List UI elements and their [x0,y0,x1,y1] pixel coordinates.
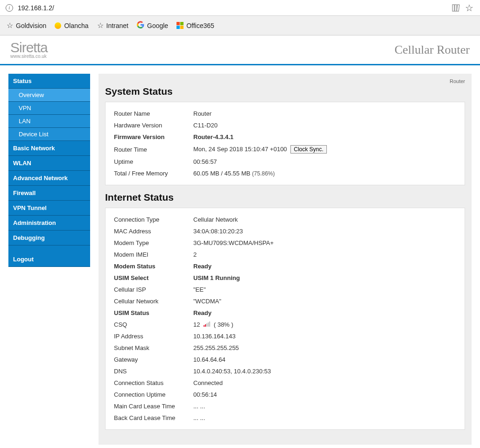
label-network: Cellular Network [112,295,191,307]
bookmark-label: Office365 [186,22,214,29]
system-status-panel: Router NameRouter Hardware VersionC11-D2… [105,102,465,185]
sidebar-item-vpn-tunnel[interactable]: VPN Tunnel [8,201,90,216]
label-conn-uptime: Connection Uptime [112,389,191,400]
svg-rect-0 [452,5,454,11]
bookmark-label: Intranet [106,22,128,29]
library-icon[interactable] [451,3,461,13]
clock-sync-button[interactable]: Clock Sync. [290,145,326,154]
internet-status-title: Internet Status [105,192,465,203]
svg-rect-2 [457,4,459,11]
brand-bar: Siretta www.siretta.co.uk Cellular Route… [0,35,480,65]
office-icon [176,22,184,29]
label-conn-type: Connection Type [112,214,191,225]
sidebar-item-administration[interactable]: Administration [8,216,90,231]
brand-url: www.siretta.co.uk [10,54,48,59]
value-conn-uptime: 00:56:14 [191,389,275,400]
value-fw-version: Router-4.3.4.1 [191,131,329,143]
value-lease-back: ... ... [191,412,275,424]
sidebar-item-overview[interactable]: Overview [8,89,90,102]
label-uptime: Uptime [112,156,191,168]
label-fw-version: Firmware Version [112,131,191,143]
system-status-title: System Status [105,86,465,97]
sidebar-item-wlan[interactable]: WLAN [8,156,90,171]
bookmark-google[interactable]: Google [137,21,168,30]
value-dns: 10.4.0.240:53, 10.4.0.230:53 [191,365,275,377]
favicon-icon [55,22,61,29]
value-hw-version: C11-D20 [191,119,329,131]
value-modem-status: Ready [191,260,275,272]
label-usim-status: USIM Status [112,307,191,319]
bookmark-label: Google [147,22,168,29]
label-memory: Total / Free Memory [112,168,191,179]
label-hw-version: Hardware Version [112,119,191,131]
label-usim-select: USIM Select [112,272,191,284]
star-icon: ☆ [97,21,104,30]
main-content: Router System Status Router NameRouter H… [99,74,472,445]
bookmark-label: Olancha [64,22,88,29]
label-lease-back: Back Card Lease Time [112,412,191,424]
value-conn-type: Cellular Network [191,214,275,225]
google-icon [137,21,144,30]
value-modem-type: 3G-MU709S:WCDMA/HSPA+ [191,237,275,249]
value-memory: 60.05 MB / 45.55 MB (75.86%) [191,168,329,179]
sidebar-item-basic-network[interactable]: Basic Network [8,141,90,156]
address-bar: i 192.168.1.2/ ☆ [0,0,480,16]
label-dns: DNS [112,365,191,377]
svg-rect-1 [455,5,457,11]
label-gw: Gateway [112,354,191,365]
value-mask: 255.255.255.255 [191,342,275,354]
label-lease-main: Main Card Lease Time [112,400,191,412]
label-modem-imei: Modem IMEI [112,249,191,260]
value-network: "WCDMA" [191,295,275,307]
label-modem-status: Modem Status [112,260,191,272]
sidebar-item-firewall[interactable]: Firewall [8,186,90,201]
value-lease-main: ... ... [191,400,275,412]
value-router-time: Mon, 24 Sep 2018 15:10:47 +0100 [193,146,287,153]
value-csq: 12 ( 38% ) [191,319,275,330]
sidebar: Status Overview VPN LAN Device List Basi… [8,74,90,445]
label-modem-type: Modem Type [112,237,191,249]
label-router-time: Router Time [112,143,191,156]
value-modem-imei: 2 [191,249,275,260]
product-title: Cellular Router [395,43,470,57]
bookmark-star-icon[interactable]: ☆ [464,3,474,13]
label-conn-status: Connection Status [112,377,191,389]
sidebar-item-lan[interactable]: LAN [8,115,90,128]
breadcrumb: Router [105,78,465,84]
sidebar-item-devicelist[interactable]: Device List [8,128,90,141]
label-mac: MAC Address [112,225,191,237]
brand-logo: Siretta [10,41,48,55]
sidebar-item-debugging[interactable]: Debugging [8,231,90,245]
bookmarks-bar: ☆Goldvision Olancha ☆Intranet Google Off… [0,16,480,35]
signal-bars-icon [204,322,210,327]
label-ip: IP Address [112,330,191,342]
url-text[interactable]: 192.168.1.2/ [18,4,448,12]
label-isp: Cellular ISP [112,284,191,295]
value-isp: "EE" [191,284,275,295]
value-conn-status: Connected [191,377,275,389]
value-gw: 10.64.64.64 [191,354,275,365]
bookmark-goldvision[interactable]: ☆Goldvision [7,21,46,30]
label-csq: CSQ [112,319,191,330]
sidebar-item-advanced-network[interactable]: Advanced Network [8,171,90,186]
star-icon: ☆ [7,21,13,30]
bookmark-olancha[interactable]: Olancha [55,22,88,29]
value-uptime: 00:56:57 [191,156,329,168]
bookmark-office365[interactable]: Office365 [176,22,214,29]
label-mask: Subnet Mask [112,342,191,354]
site-info-icon[interactable]: i [6,4,13,12]
sidebar-item-logout[interactable]: Logout [8,252,90,267]
bookmark-intranet[interactable]: ☆Intranet [97,21,128,30]
label-router-name: Router Name [112,108,191,119]
value-usim-status: Ready [191,307,275,319]
bookmark-label: Goldvision [16,22,46,29]
value-ip: 10.136.164.143 [191,330,275,342]
sidebar-spacer [8,245,90,252]
internet-status-panel: Connection TypeCellular Network MAC Addr… [105,208,465,430]
sidebar-item-vpn[interactable]: VPN [8,102,90,115]
sidebar-item-status[interactable]: Status [8,74,90,89]
value-mac: 34:0A:08:10:20:23 [191,225,275,237]
value-router-name: Router [191,108,329,119]
value-usim-select: USIM 1 Running [191,272,275,284]
